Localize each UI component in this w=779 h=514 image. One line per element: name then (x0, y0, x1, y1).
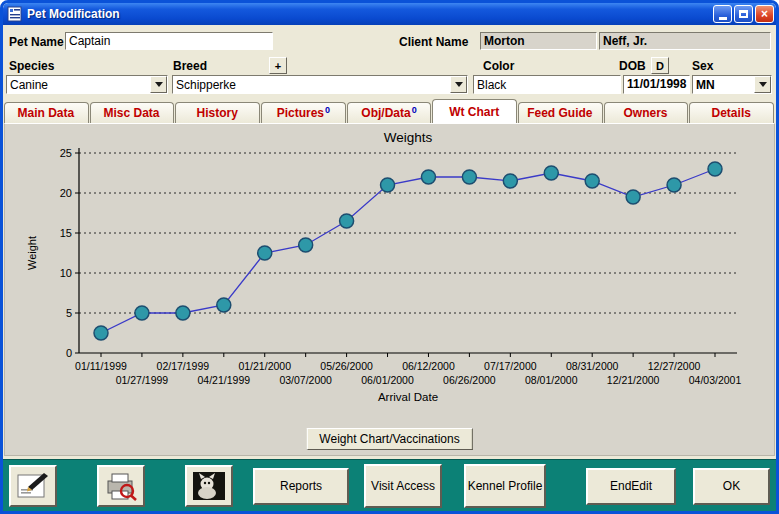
svg-text:01/21/2000: 01/21/2000 (238, 360, 291, 372)
tab-main-data[interactable]: Main Data (4, 102, 89, 123)
maximize-button[interactable] (734, 5, 753, 23)
pet-photo-icon (192, 471, 226, 501)
tab-label: Details (712, 106, 751, 120)
pet-name-label: Pet Name (9, 35, 64, 49)
color-label: Color (483, 59, 514, 73)
breed-value: Schipperke (173, 76, 450, 93)
minimize-icon (719, 17, 727, 20)
svg-text:08/31/2000: 08/31/2000 (566, 360, 619, 372)
species-label: Species (9, 59, 54, 73)
svg-text:Weight: Weight (26, 236, 38, 270)
tab-misc-data[interactable]: Misc Data (90, 102, 175, 123)
svg-text:Weights: Weights (384, 130, 433, 145)
tab-count-badge: 0 (325, 105, 330, 115)
client-last-name-field: Morton (480, 32, 597, 50)
pet-modification-window: Pet Modification × Pet Name Client Name … (0, 0, 779, 514)
app-icon (7, 6, 23, 22)
maximize-icon (739, 10, 748, 18)
client-area: Pet Name Client Name Morton Neff, Jr. Sp… (3, 25, 776, 511)
svg-text:06/26/2000: 06/26/2000 (443, 374, 496, 386)
svg-text:Arrival Date: Arrival Date (378, 391, 438, 403)
tab-feed-guide[interactable]: Feed Guide (518, 102, 603, 123)
sex-select[interactable]: MN (692, 75, 772, 94)
svg-text:01/11/1999: 01/11/1999 (75, 360, 127, 372)
svg-text:06/12/2000: 06/12/2000 (402, 360, 455, 372)
signature-edit-icon (16, 471, 50, 501)
title-bar[interactable]: Pet Modification × (3, 3, 776, 25)
tab-details[interactable]: Details (689, 102, 774, 123)
breed-select[interactable]: Schipperke (172, 75, 468, 94)
breed-label: Breed (173, 59, 207, 73)
chevron-down-icon[interactable] (150, 76, 167, 93)
svg-text:5: 5 (66, 307, 72, 319)
svg-text:25: 25 (60, 147, 72, 159)
tab-label: Main Data (17, 106, 74, 120)
tab-strip: Main Data Misc Data History Pictures0 Ob… (4, 99, 775, 123)
client-first-name-field: Neff, Jr. (599, 32, 771, 50)
svg-text:03/07/2000: 03/07/2000 (279, 374, 332, 386)
svg-text:05/26/2000: 05/26/2000 (320, 360, 373, 372)
svg-text:06/01/2000: 06/01/2000 (361, 374, 414, 386)
svg-text:02/17/1999: 02/17/1999 (157, 360, 210, 372)
svg-text:04/21/1999: 04/21/1999 (198, 374, 251, 386)
minimize-button[interactable] (713, 5, 732, 23)
tab-label: Wt Chart (449, 105, 499, 119)
tab-label: History (197, 106, 238, 120)
pet-name-input[interactable] (65, 32, 273, 50)
sex-value: MN (693, 76, 754, 93)
pet-photo-button[interactable] (185, 465, 233, 507)
print-preview-button[interactable] (97, 465, 145, 507)
close-button[interactable]: × (755, 5, 774, 23)
chevron-down-icon[interactable] (754, 76, 771, 93)
close-icon: × (761, 8, 768, 20)
tab-owners[interactable]: Owners (604, 102, 689, 123)
tab-count-badge: 0 (412, 105, 417, 115)
tab-label: Misc Data (103, 106, 159, 120)
chevron-down-icon[interactable] (450, 76, 467, 93)
signature-edit-button[interactable] (9, 465, 57, 507)
species-value: Canine (7, 76, 150, 93)
tab-label: Feed Guide (527, 106, 592, 120)
tab-obj-data[interactable]: Obj/Data0 (347, 102, 432, 123)
client-name-label: Client Name (399, 35, 468, 49)
svg-text:07/17/2000: 07/17/2000 (484, 360, 537, 372)
svg-text:12/21/2000: 12/21/2000 (607, 374, 660, 386)
color-input[interactable] (473, 75, 621, 94)
dob-label: DOB (619, 59, 646, 73)
tab-history[interactable]: History (175, 102, 260, 123)
kennel-profile-button[interactable]: Kennel Profile (464, 464, 546, 508)
endedit-button[interactable]: EndEdit (586, 468, 676, 505)
bottom-toolbar: Reports Visit Access Kennel Profile EndE… (3, 459, 776, 511)
window-title: Pet Modification (27, 7, 713, 21)
svg-text:10: 10 (60, 267, 72, 279)
wt-chart-panel: 051015202501/11/199901/27/199902/17/1999… (4, 123, 775, 456)
tab-label: Owners (624, 106, 668, 120)
visit-access-button[interactable]: Visit Access (364, 464, 442, 508)
print-preview-icon (104, 471, 138, 501)
dob-field[interactable]: 11/01/1998 (623, 75, 690, 94)
svg-text:04/03/2001: 04/03/2001 (689, 374, 742, 386)
svg-text:15: 15 (60, 227, 72, 239)
sex-label: Sex (692, 59, 713, 73)
svg-text:0: 0 (66, 347, 72, 359)
tab-pictures[interactable]: Pictures0 (261, 102, 346, 123)
ok-button[interactable]: OK (693, 468, 770, 505)
dob-calendar-button[interactable]: D (651, 57, 669, 74)
weight-chart-vaccinations-button[interactable]: Weight Chart/Vaccinations (306, 428, 472, 450)
svg-text:01/27/1999: 01/27/1999 (116, 374, 169, 386)
svg-text:08/01/2000: 08/01/2000 (525, 374, 578, 386)
tab-wt-chart[interactable]: Wt Chart (432, 99, 517, 123)
weights-chart: 051015202501/11/199901/27/199902/17/1999… (23, 127, 753, 427)
reports-button[interactable]: Reports (253, 468, 349, 505)
svg-text:20: 20 (60, 187, 72, 199)
svg-text:12/27/2000: 12/27/2000 (648, 360, 701, 372)
add-breed-button[interactable]: + (269, 57, 287, 74)
species-select[interactable]: Canine (6, 75, 168, 94)
tab-label: Pictures (277, 106, 324, 120)
tab-label: Obj/Data (361, 106, 410, 120)
